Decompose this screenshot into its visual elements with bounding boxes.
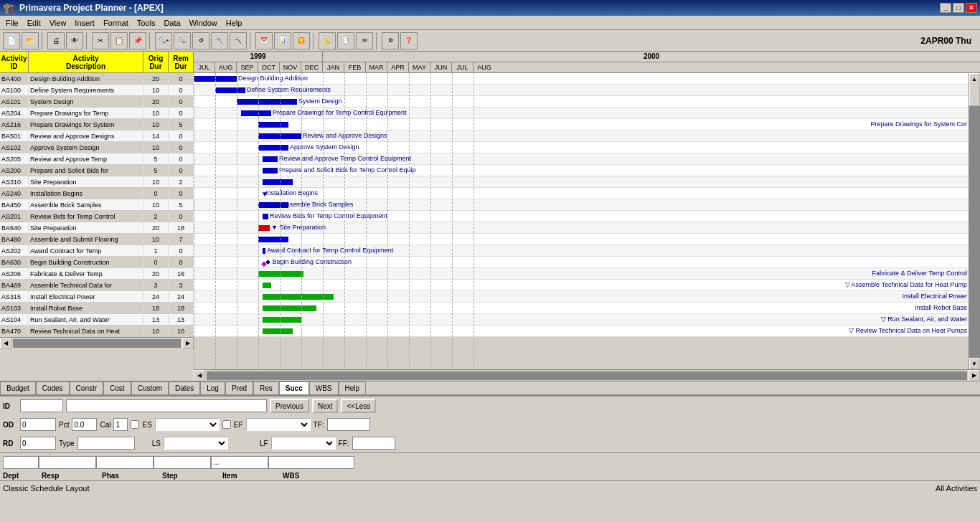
menu-data[interactable]: Data [159,17,184,29]
zoom-out-button[interactable]: 🔍- [174,32,191,49]
tools-btn3[interactable]: 🔨 [230,32,247,49]
schedule-btn[interactable]: 📅 [255,32,273,49]
gantt-scroll-track[interactable] [207,371,967,380]
gantt-row[interactable]: Review Bids for Temp Control Equipment [194,211,969,222]
gantt-row[interactable] [194,176,969,188]
help-btn[interactable]: ❓ [400,32,418,49]
wbs-input[interactable] [268,456,354,469]
tf-input[interactable] [327,418,370,431]
gantt-row[interactable]: Prepare Drawings for Temp Control Equipm… [194,108,969,119]
tools-btn1[interactable]: ⚙ [192,32,209,49]
item-input[interactable] [211,456,268,469]
gantt-row[interactable]: Approve System Design [194,142,969,153]
gantt-row[interactable]: Review and Approve Temp Control Equipmen… [194,153,969,165]
gantt-hscroll[interactable]: ◀ ▶ [194,369,980,381]
menu-view[interactable]: View [45,17,71,29]
scroll-left-btn[interactable]: ◀ [0,338,11,349]
tab-constr[interactable]: Constr [70,381,103,394]
activity-hscroll[interactable]: ◀ ▶ [0,337,194,348]
gantt-row[interactable]: ▽ Run Sealant, Air, and Water [194,314,969,326]
pct-input[interactable] [72,418,97,431]
less-button[interactable]: <<Less [341,399,376,413]
settings-btn[interactable]: ⚙ [382,32,399,49]
type-input[interactable] [77,437,135,450]
table-row[interactable]: BA400 Design Building Addition 20 0 [0,73,194,85]
layout-btn[interactable]: 📐 [319,32,336,49]
gantt-row[interactable]: Fabricate & Deliver Temp Control [194,268,969,280]
table-row[interactable]: BA630 Begin Building Construction 0 0 [0,257,194,268]
tab-dates[interactable]: Dates [169,381,200,394]
table-row[interactable]: BA469 Assemble Technical Data for 3 3 [0,280,194,291]
resp-input[interactable] [39,456,96,469]
table-row[interactable]: AS240 Installation Begins 0 0 [0,188,194,199]
table-row[interactable]: AS310 Site Preparation 10 2 [0,176,194,188]
table-row[interactable]: AS200 Prepare and Solicit Bids for 5 0 [0,165,194,176]
table-row[interactable]: AS205 Review and Approve Temp 5 0 [0,153,194,165]
close-button[interactable]: ✕ [966,3,977,13]
open-button[interactable]: 📂 [22,32,39,49]
tab-res[interactable]: Res [253,381,279,394]
table-row[interactable]: AS102 Approve System Design 10 0 [0,142,194,153]
gantt-row[interactable]: Install Robot Base [194,303,969,314]
tab-cost[interactable]: Cost [103,381,131,394]
gantt-row[interactable]: ▼ Site Preparation [194,222,969,234]
menu-help[interactable]: Help [222,17,247,29]
gantt-row[interactable]: Prepare Drawings for System Cor [194,119,969,130]
table-row[interactable]: BA501 Review and Approve Designs 14 0 [0,130,194,142]
es-checkbox[interactable] [131,420,139,429]
ls-select[interactable] [164,437,228,450]
table-row[interactable]: AS202 Award Contract for Temp 1 0 [0,245,194,257]
report-btn[interactable]: 📑 [337,32,354,49]
rd-input[interactable] [20,437,56,450]
gantt-row[interactable]: ◆◆ Begin Building Construction [194,257,969,268]
table-row[interactable]: BA470 Review Technical Data on Heat 10 1… [0,326,194,337]
scroll-right-btn[interactable]: ▶ [182,338,194,349]
id-desc-input[interactable] [66,399,267,412]
gantt-row[interactable]: Define System Requirements [194,85,969,96]
scroll-up-btn[interactable]: ▲ [969,73,979,85]
tab-wbs[interactable]: WBS [309,381,339,394]
table-row[interactable]: AS315 Install Electrical Power 24 24 [0,291,194,303]
es-select[interactable] [155,418,220,431]
previous-button[interactable]: Previous [270,399,309,413]
table-row[interactable]: AS201 Review Bids for Temp Control 2 0 [0,211,194,222]
scroll-down-btn[interactable]: ▼ [969,358,979,369]
table-row[interactable]: AS206 Fabricate & Deliver Temp 20 16 [0,268,194,280]
tab-succ[interactable]: Succ [279,381,309,394]
menu-tools[interactable]: Tools [133,17,160,29]
step-input[interactable] [154,456,211,469]
lf-select[interactable] [271,437,336,450]
tab-custom[interactable]: Custom [131,381,169,394]
gantt-row[interactable]: Design Building Addition [194,73,969,85]
mail-btn[interactable]: ✉ [356,32,373,49]
table-row[interactable]: AS204 Prepare Drawings for Temp 10 0 [0,108,194,119]
new-button[interactable]: 📄 [3,32,20,49]
vertical-scrollbar[interactable]: ▲ ▼ [969,73,980,369]
table-row[interactable]: BA480 Assemble and Submit Flooring 10 7 [0,234,194,245]
phas-input[interactable] [96,456,154,469]
tab-log[interactable]: Log [200,381,225,394]
table-row[interactable]: AS216 Prepare Drawings for System 10 5 [0,119,194,130]
menu-format[interactable]: Format [99,17,133,29]
tab-pred[interactable]: Pred [225,381,253,394]
gantt-row[interactable]: ▽ Assemble Brick Samples [194,199,969,211]
gantt-scroll-right[interactable]: ▶ [969,370,980,381]
gantt-row[interactable]: Review and Approve Designs [194,130,969,142]
next-button[interactable]: Next [312,399,339,413]
preview-button[interactable]: 👁 [66,32,83,49]
gantt-row[interactable]: System Design [194,96,969,108]
dept-input[interactable] [3,456,39,469]
menu-insert[interactable]: Insert [70,17,99,29]
minimize-button[interactable]: _ [940,3,951,13]
table-row[interactable]: BA640 Site Preparation 20 18 [0,222,194,234]
ef-select[interactable] [246,418,311,431]
vscroll-track[interactable] [969,85,980,358]
id-input[interactable] [20,399,63,412]
menu-file[interactable]: File [1,17,23,29]
zoom-in-button[interactable]: 🔍+ [155,32,172,49]
table-row[interactable]: AS100 Define System Requirements 10 0 [0,85,194,96]
paste-button[interactable]: 📌 [129,32,146,49]
gantt-row[interactable]: ▽ Assemble Technical Data for Heat Pump [194,280,969,291]
gantt-row[interactable]: ▼Installation Begins [194,188,969,199]
menu-window[interactable]: Window [185,17,222,29]
